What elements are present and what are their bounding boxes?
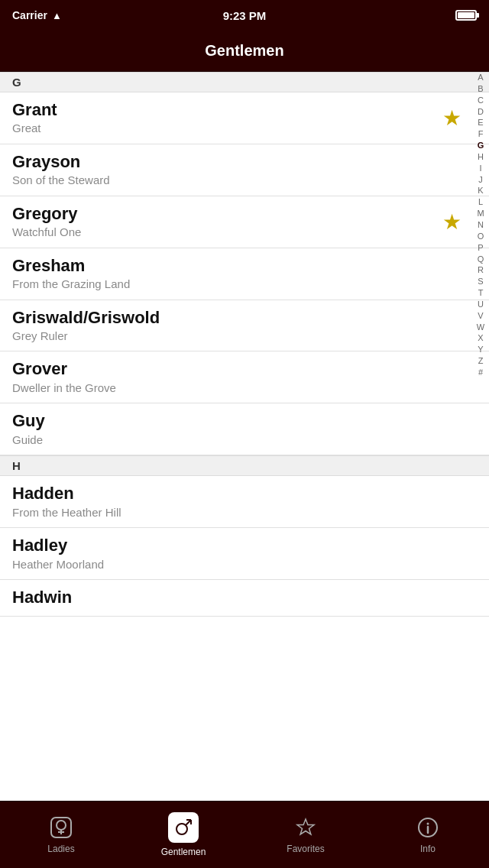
item-name: Grayson — [12, 152, 110, 172]
list-item[interactable]: Griswald/GriswoldGrey Ruler — [0, 300, 489, 352]
alpha-letter-E[interactable]: E — [472, 117, 489, 128]
alpha-letter-U[interactable]: U — [472, 299, 489, 310]
item-name: Guy — [12, 411, 45, 431]
item-name: Gregory — [12, 204, 81, 224]
alpha-index[interactable]: ABCDEFGHIJKLMNOPQRSTUVWXYZ# — [472, 72, 489, 378]
alpha-letter-F[interactable]: F — [472, 128, 489, 140]
alpha-letter-I[interactable]: I — [472, 163, 489, 174]
alpha-letter-S[interactable]: S — [472, 276, 489, 287]
list-item[interactable]: HadleyHeather Moorland — [0, 528, 489, 580]
carrier-label: Carrier — [12, 9, 47, 21]
alpha-letter-R[interactable]: R — [472, 264, 489, 276]
item-meaning: From the Grazing Land — [12, 277, 130, 292]
alpha-letter-H[interactable]: H — [472, 151, 489, 163]
list-item[interactable]: HaddenFrom the Heather Hill — [0, 476, 489, 528]
item-name: Hadden — [12, 484, 121, 504]
item-meaning: Dweller in the Grove — [12, 381, 116, 396]
item-meaning: Watchful One — [12, 225, 81, 240]
alpha-letter-W[interactable]: W — [472, 322, 489, 333]
item-name: Griswald/Griswold — [12, 308, 160, 328]
svg-marker-8 — [297, 819, 314, 834]
mars-icon-bg — [168, 812, 199, 843]
alpha-letter-B[interactable]: B — [472, 83, 489, 95]
star-icon[interactable]: ★ — [442, 209, 461, 235]
info-tab-icon — [416, 815, 440, 840]
section-header-H: H — [0, 455, 489, 476]
item-meaning: Great — [12, 121, 57, 136]
list-item[interactable]: GroverDweller in the Grove — [0, 351, 489, 403]
names-list: GGrantGreat★GraysonSon of the StewardGre… — [0, 72, 489, 684]
item-meaning: Heather Moorland — [12, 557, 104, 572]
item-meaning: Son of the Steward — [12, 173, 110, 188]
page-title: Gentlemen — [205, 42, 283, 60]
alpha-letter-M[interactable]: M — [472, 208, 489, 219]
time-label: 9:23 PM — [223, 9, 267, 22]
svg-point-4 — [176, 824, 187, 834]
item-meaning: Grey Ruler — [12, 329, 160, 344]
list-item[interactable]: GregoryWatchful One★ — [0, 196, 489, 248]
list-item[interactable]: GreshamFrom the Grazing Land — [0, 248, 489, 300]
tab-ladies-label: Ladies — [47, 844, 74, 854]
tab-info-label: Info — [420, 844, 436, 854]
alpha-letter-T[interactable]: T — [472, 287, 489, 299]
status-bar: Carrier ▲ 9:23 PM — [0, 0, 489, 31]
list-item[interactable]: Hadwin — [0, 580, 489, 617]
alpha-letter-A[interactable]: A — [472, 72, 489, 83]
star-icon[interactable]: ★ — [442, 105, 461, 131]
item-name: Gresham — [12, 256, 130, 276]
wifi-icon: ▲ — [52, 10, 62, 21]
svg-point-10 — [427, 823, 429, 825]
alpha-letter-N[interactable]: N — [472, 219, 489, 231]
tab-bar: Ladies Gentlemen Favorites — [0, 801, 489, 868]
alpha-letter-Q[interactable]: Q — [472, 254, 489, 265]
list-item[interactable]: GraysonSon of the Steward — [0, 144, 489, 196]
alpha-letter-Y[interactable]: Y — [472, 344, 489, 355]
item-meaning: From the Heather Hill — [12, 505, 121, 520]
alpha-letter-K[interactable]: K — [472, 185, 489, 196]
alpha-letter-D[interactable]: D — [472, 106, 489, 118]
item-name: Hadwin — [12, 588, 72, 607]
item-name: Grant — [12, 100, 57, 120]
item-name: Grover — [12, 359, 116, 379]
alpha-letter-X[interactable]: X — [472, 332, 489, 344]
alpha-letter-G[interactable]: G — [472, 140, 489, 151]
alpha-letter-C[interactable]: C — [472, 95, 489, 106]
star-tab-icon — [293, 815, 318, 840]
tab-ladies[interactable]: Ladies — [0, 815, 122, 854]
tab-favorites[interactable]: Favorites — [244, 815, 367, 854]
tab-info[interactable]: Info — [367, 815, 489, 854]
venus-icon — [49, 815, 73, 840]
list-item[interactable]: GuyGuide — [0, 403, 489, 455]
alpha-letter-#[interactable]: # — [472, 367, 489, 378]
battery-icon — [455, 10, 477, 21]
alpha-letter-O[interactable]: O — [472, 231, 489, 242]
tab-gentlemen-label: Gentlemen — [161, 847, 206, 857]
item-name: Hadley — [12, 536, 104, 555]
alpha-letter-P[interactable]: P — [472, 242, 489, 254]
alpha-letter-J[interactable]: J — [472, 174, 489, 186]
alpha-letter-L[interactable]: L — [472, 196, 489, 208]
list-item[interactable]: GrantGreat★ — [0, 92, 489, 144]
tab-gentlemen[interactable]: Gentlemen — [122, 812, 244, 857]
section-header-G: G — [0, 72, 489, 92]
item-meaning: Guide — [12, 432, 45, 448]
nav-bar: Gentlemen — [0, 31, 489, 72]
svg-point-1 — [57, 821, 66, 830]
alpha-letter-Z[interactable]: Z — [472, 355, 489, 367]
alpha-letter-V[interactable]: V — [472, 310, 489, 322]
tab-favorites-label: Favorites — [287, 844, 324, 854]
